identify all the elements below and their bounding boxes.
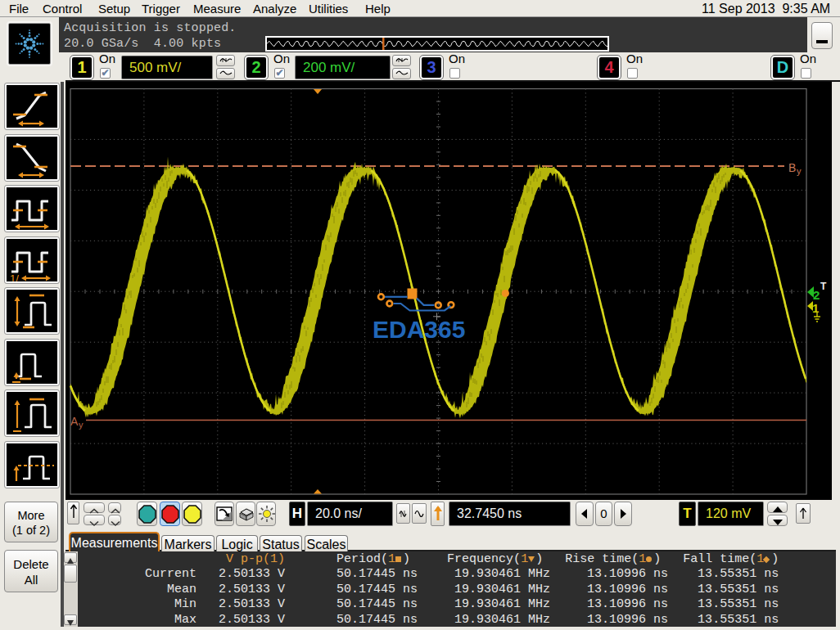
svg-text:y: y xyxy=(79,420,84,430)
svg-text:EDA365: EDA365 xyxy=(373,316,465,343)
svg-text:T: T xyxy=(820,281,827,292)
svg-text:B: B xyxy=(788,161,796,174)
svg-text:y: y xyxy=(797,166,802,176)
svg-text:1/: 1/ xyxy=(10,272,19,281)
svg-text:2: 2 xyxy=(813,288,820,302)
svg-text:A: A xyxy=(70,415,79,428)
svg-text:1: 1 xyxy=(812,301,819,315)
